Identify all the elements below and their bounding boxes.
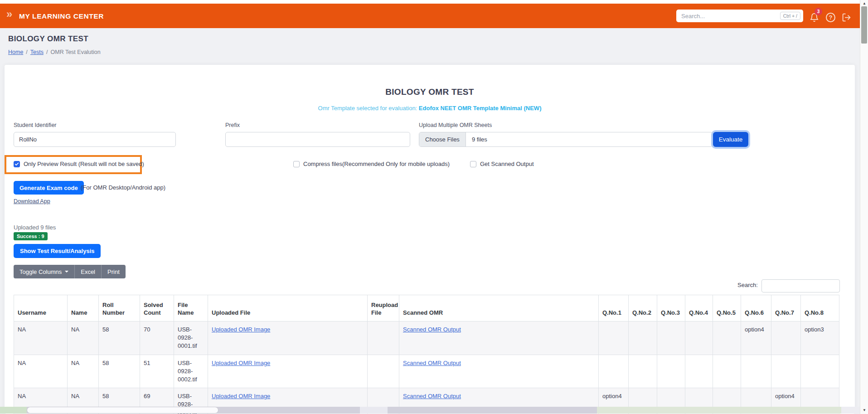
col-username: Username — [14, 295, 68, 321]
omr-file-input[interactable]: Choose Files 9 files — [419, 132, 713, 147]
reupload-file-cell — [368, 355, 399, 388]
exam-code-note: (For OMR Desktop/Android app) — [81, 184, 165, 191]
prefix-label: Prefix — [225, 122, 240, 128]
notification-count-badge: 3 — [815, 8, 822, 15]
table-toolbar: Toggle Columns Excel Print — [14, 265, 126, 278]
col-qno2: Q.No.2 — [629, 295, 657, 321]
toggle-columns-button[interactable]: Toggle Columns — [14, 265, 74, 278]
col-reupload-file: Reupload File — [368, 295, 399, 321]
compress-files-checkbox[interactable] — [293, 161, 300, 167]
get-scanned-output-label: Get Scanned Output — [480, 161, 534, 167]
print-button[interactable]: Print — [101, 265, 126, 278]
test-evaluation-card: BIOLOGY OMR TEST Omr Template selected f… — [5, 65, 855, 414]
global-search-input[interactable] — [681, 13, 780, 19]
omr-template-subtitle: Omr Template selected for evaluation: Ed… — [5, 105, 855, 112]
scanned-omr-output-link[interactable]: Scanned OMR Output — [403, 360, 461, 366]
student-identifier-label: Student Identifier — [14, 122, 57, 128]
files-selected-count: 9 files — [466, 132, 493, 146]
only-preview-checkbox[interactable] — [14, 161, 20, 167]
col-scanned-omr: Scanned OMR — [399, 295, 599, 321]
col-roll-number: Roll Number — [99, 295, 140, 321]
compress-files-label: Compress files(Recommended Only for mobi… — [303, 161, 450, 167]
page-title: BIOLOGY OMR TEST — [8, 34, 88, 44]
breadcrumb-current: OMR Test Evalution — [51, 49, 101, 55]
only-preview-option: Only Preview Result (Result will not be … — [14, 161, 144, 167]
uploaded-omr-image-link[interactable]: Uploaded OMR Image — [212, 360, 270, 366]
generate-exam-code-button[interactable]: Generate Exam code — [14, 181, 84, 195]
col-qno7: Q.No.7 — [771, 295, 801, 321]
col-qno1: Q.No.1 — [599, 295, 629, 321]
col-qno5: Q.No.5 — [713, 295, 741, 321]
col-file-name: File Name — [174, 295, 208, 321]
results-table: Username Name Roll Number Solved Count F… — [14, 295, 839, 414]
app-viewport: » MY LEARNING CENTER Ctrl + / ? 3 BIOLOG… — [0, 0, 868, 414]
get-scanned-output-option: Get Scanned Output — [470, 161, 534, 167]
breadcrumb-tests-link[interactable]: Tests — [30, 49, 44, 55]
only-preview-label: Only Preview Result (Result will not be … — [24, 161, 144, 167]
omr-template-name: Edofox NEET OMR Template Minimal (NEW) — [419, 105, 542, 112]
scanned-omr-output-link[interactable]: Scanned OMR Output — [403, 393, 461, 399]
student-identifier-field[interactable] — [14, 132, 176, 147]
help-icon[interactable]: ? — [826, 13, 835, 22]
table-search-input[interactable] — [761, 279, 840, 292]
prefix-field[interactable] — [225, 132, 410, 147]
logout-icon[interactable] — [842, 13, 851, 22]
uploaded-files-status: Uploaded 9 files — [14, 224, 56, 231]
table-row: NA NA 58 70 USB-0928-0001.tif Uploaded O… — [14, 321, 839, 355]
table-search-label: Search: — [737, 282, 758, 288]
upload-omr-label: Upload Multiple OMR Sheets — [419, 122, 492, 128]
search-shortcut-hint: Ctrl + / — [780, 12, 800, 20]
success-count-badge: Success : 9 — [14, 232, 48, 240]
horizontal-scrollbar[interactable] — [0, 407, 860, 414]
horizontal-scrollbar-thumb[interactable] — [27, 407, 218, 414]
col-uploaded-file: Uploaded File — [208, 295, 368, 321]
check-icon — [15, 162, 19, 166]
col-qno4: Q.No.4 — [685, 295, 713, 321]
sidebar-expand-icon[interactable]: » — [6, 8, 12, 20]
table-header-row: Username Name Roll Number Solved Count F… — [14, 295, 839, 321]
download-app-link[interactable]: Download App — [14, 198, 50, 205]
col-solved-count: Solved Count — [140, 295, 174, 321]
vertical-scrollbar-thumb[interactable] — [861, 6, 867, 44]
breadcrumb-home-link[interactable]: Home — [8, 49, 23, 55]
show-test-result-button[interactable]: Show Test Result/Analysis — [14, 244, 101, 258]
get-scanned-output-checkbox[interactable] — [470, 161, 476, 167]
app-title: MY LEARNING CENTER — [19, 12, 104, 20]
compress-files-option: Compress files(Recommended Only for mobi… — [293, 161, 450, 167]
table-row: NA NA 58 51 USB-0928-0002.tif Uploaded O… — [14, 355, 839, 388]
top-navbar: » MY LEARNING CENTER Ctrl + / ? 3 — [0, 4, 860, 28]
scanned-omr-output-link[interactable]: Scanned OMR Output — [403, 326, 461, 333]
choose-files-button[interactable]: Choose Files — [419, 132, 466, 146]
evaluate-button[interactable]: Evaluate — [713, 132, 748, 147]
uploaded-omr-image-link[interactable]: Uploaded OMR Image — [212, 326, 270, 333]
col-qno3: Q.No.3 — [657, 295, 685, 321]
chevron-down-icon — [65, 271, 68, 273]
scroll-up-arrow-icon[interactable]: ▲ — [860, 1, 868, 5]
breadcrumb: Home/Tests/OMR Test Evalution — [8, 49, 101, 55]
top-white-strip — [0, 0, 868, 4]
global-search: Ctrl + / — [676, 10, 803, 22]
test-title: BIOLOGY OMR TEST — [5, 87, 855, 97]
excel-export-button[interactable]: Excel — [74, 265, 101, 278]
uploaded-omr-image-link[interactable]: Uploaded OMR Image — [212, 393, 270, 399]
col-qno6: Q.No.6 — [741, 295, 771, 321]
reupload-file-cell — [368, 321, 399, 355]
vertical-scrollbar[interactable]: ▲ ▼ — [860, 0, 868, 414]
col-qno8: Q.No.8 — [801, 295, 839, 321]
scroll-down-arrow-icon[interactable]: ▼ — [860, 408, 868, 412]
col-name: Name — [68, 295, 99, 321]
